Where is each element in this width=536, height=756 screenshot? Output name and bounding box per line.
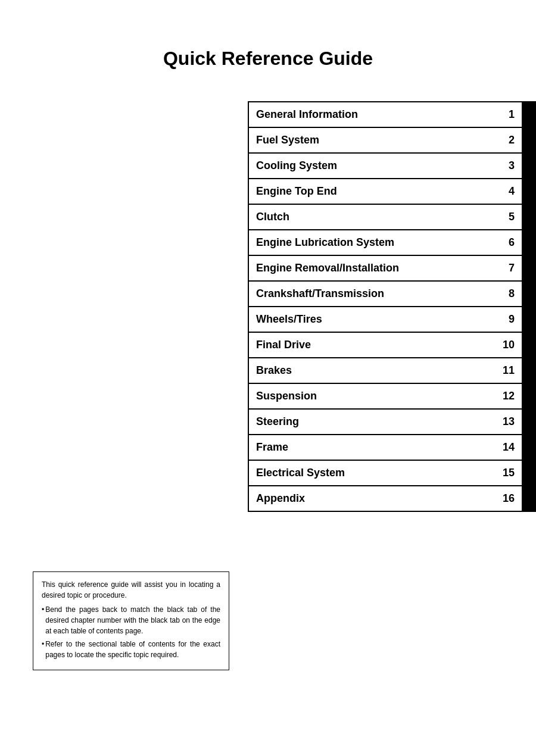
toc-number: 8	[492, 282, 522, 306]
toc-number: 11	[492, 358, 522, 383]
toc-number: 13	[492, 410, 522, 434]
toc-row[interactable]: Crankshaft/Transmission8	[248, 280, 536, 307]
toc-row[interactable]: Steering13	[248, 408, 536, 435]
toc-tab	[522, 435, 535, 460]
toc-row[interactable]: Appendix16	[248, 485, 536, 512]
toc-tab	[522, 282, 535, 306]
toc-number: 2	[492, 128, 522, 152]
toc-label: Engine Removal/Installation	[249, 256, 492, 280]
toc-label: Steering	[249, 410, 492, 434]
toc-label: Appendix	[249, 486, 492, 511]
toc-tab	[522, 384, 535, 408]
info-box: This quick reference guide will assist y…	[33, 571, 229, 670]
info-paragraph: This quick reference guide will assist y…	[42, 579, 220, 601]
toc-label: Fuel System	[249, 128, 492, 152]
toc-number: 10	[492, 333, 522, 357]
toc-number: 4	[492, 179, 522, 204]
toc-row[interactable]: Wheels/Tires9	[248, 306, 536, 333]
info-bullet-1-text: Bend the pages back to match the black t…	[45, 604, 220, 636]
toc-row[interactable]: Brakes11	[248, 357, 536, 384]
toc-container: General Information1Fuel System2Cooling …	[248, 101, 536, 511]
page-title: Quick Reference Guide	[0, 0, 536, 105]
bullet-dot-2: •	[42, 639, 44, 649]
toc-row[interactable]: Final Drive10	[248, 332, 536, 358]
toc-label: Cooling System	[249, 154, 492, 178]
toc-tab	[522, 461, 535, 485]
toc-number: 5	[492, 205, 522, 229]
info-bullet-2: • Refer to the sectional table of conten…	[42, 639, 220, 660]
toc-label: Suspension	[249, 384, 492, 408]
toc-number: 12	[492, 384, 522, 408]
toc-tab	[522, 333, 535, 357]
toc-row[interactable]: Fuel System2	[248, 127, 536, 154]
toc-number: 6	[492, 230, 522, 255]
toc-tab	[522, 205, 535, 229]
toc-label: Engine Top End	[249, 179, 492, 204]
toc-tab	[522, 410, 535, 434]
toc-tab	[522, 230, 535, 255]
toc-tab	[522, 128, 535, 152]
toc-row[interactable]: General Information1	[248, 101, 536, 128]
toc-label: Wheels/Tires	[249, 307, 492, 332]
toc-row[interactable]: Clutch5	[248, 204, 536, 230]
toc-label: Frame	[249, 435, 492, 460]
toc-tab	[522, 102, 535, 127]
toc-row[interactable]: Engine Lubrication System6	[248, 229, 536, 256]
toc-label: General Information	[249, 102, 492, 127]
toc-row[interactable]: Frame14	[248, 434, 536, 461]
toc-tab	[522, 256, 535, 280]
toc-label: Crankshaft/Transmission	[249, 282, 492, 306]
toc-row[interactable]: Engine Top End4	[248, 178, 536, 205]
toc-label: Clutch	[249, 205, 492, 229]
toc-number: 15	[492, 461, 522, 485]
toc-row[interactable]: Suspension12	[248, 383, 536, 410]
toc-row[interactable]: Cooling System3	[248, 152, 536, 179]
bullet-dot-1: •	[42, 604, 44, 615]
toc-label: Brakes	[249, 358, 492, 383]
toc-number: 16	[492, 486, 522, 511]
toc-row[interactable]: Electrical System15	[248, 460, 536, 486]
toc-number: 9	[492, 307, 522, 332]
toc-label: Engine Lubrication System	[249, 230, 492, 255]
toc-tab	[522, 307, 535, 332]
info-bullet-1: • Bend the pages back to match the black…	[42, 604, 220, 636]
toc-number: 7	[492, 256, 522, 280]
toc-number: 3	[492, 154, 522, 178]
toc-tab	[522, 486, 535, 511]
toc-number: 1	[492, 102, 522, 127]
toc-row[interactable]: Engine Removal/Installation7	[248, 255, 536, 282]
toc-label: Electrical System	[249, 461, 492, 485]
info-bullet-2-text: Refer to the sectional table of contents…	[45, 639, 220, 660]
toc-label: Final Drive	[249, 333, 492, 357]
toc-tab	[522, 179, 535, 204]
toc-tab	[522, 358, 535, 383]
toc-tab	[522, 154, 535, 178]
toc-number: 14	[492, 435, 522, 460]
